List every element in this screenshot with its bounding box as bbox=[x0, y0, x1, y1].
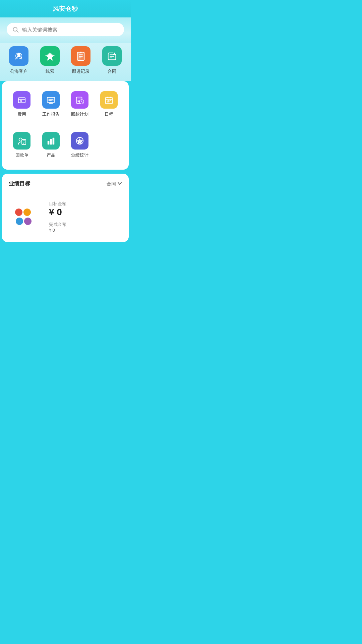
perf-filter-dropdown[interactable]: 合同 bbox=[107, 181, 122, 187]
chart-dots bbox=[15, 209, 33, 225]
performance-card: 业绩目标 合同 目标金额 ¥ 0 bbox=[2, 174, 129, 242]
menu-label-gongzuo: 工作报告 bbox=[42, 111, 60, 117]
menu-label-huikuan: 回款计划 bbox=[71, 111, 88, 117]
chevron-down-icon bbox=[117, 181, 122, 187]
menu-item-feiyong[interactable]: ¥ 费用 bbox=[7, 88, 37, 121]
yejitongji-icon bbox=[71, 132, 88, 150]
menu-item-huikuan[interactable]: 回款计划 bbox=[65, 88, 95, 121]
dot-red bbox=[15, 209, 22, 216]
feiyong-icon: ¥ bbox=[13, 91, 31, 109]
search-area bbox=[0, 17, 131, 43]
target-label: 目标金额 bbox=[49, 201, 66, 207]
svg-rect-39 bbox=[106, 98, 112, 104]
dot-blue bbox=[16, 218, 23, 225]
menu-card: ¥ 费用 工作报告 bbox=[2, 81, 129, 170]
menu-label-huikuandan: 回款单 bbox=[15, 152, 28, 158]
menu-label-feiyong: 费用 bbox=[17, 111, 26, 117]
perf-title: 业绩目标 bbox=[9, 180, 30, 187]
menu-label-chanpin: 产品 bbox=[47, 152, 55, 158]
genjin-icon bbox=[71, 46, 90, 66]
chanpin-icon bbox=[42, 132, 60, 150]
target-value: ¥ 0 bbox=[49, 207, 66, 218]
xiansuo-icon bbox=[40, 46, 60, 66]
gonghai-icon bbox=[9, 46, 28, 66]
perf-stats: 目标金额 ¥ 0 完成金额 ¥ 0 bbox=[49, 201, 66, 233]
svg-text:¥: ¥ bbox=[20, 100, 22, 103]
complete-amount-block: 完成金额 ¥ 0 bbox=[49, 222, 66, 233]
target-amount-block: 目标金额 ¥ 0 bbox=[49, 201, 66, 218]
menu-item-empty bbox=[95, 129, 124, 162]
menu-grid-row1: ¥ 费用 工作报告 bbox=[7, 88, 123, 121]
richeng-icon bbox=[100, 91, 118, 109]
nav-item-hetong[interactable]: 合同 bbox=[102, 46, 122, 74]
gongzuo-icon bbox=[42, 91, 60, 109]
nav-label-gonghai: 公海客户 bbox=[10, 68, 27, 74]
perf-card-body: 目标金额 ¥ 0 完成金额 ¥ 0 bbox=[9, 201, 122, 233]
complete-label: 完成金额 bbox=[49, 222, 66, 228]
perf-filter-label: 合同 bbox=[107, 181, 116, 187]
menu-item-huikuandan[interactable]: 回款单 bbox=[7, 129, 37, 162]
search-icon bbox=[12, 26, 19, 33]
search-bar[interactable] bbox=[7, 23, 124, 36]
svg-rect-49 bbox=[48, 141, 50, 144]
quick-nav: 公海客户 线索 bbox=[0, 43, 131, 81]
nav-label-genjin: 跟进记录 bbox=[72, 68, 89, 74]
perf-card-header: 业绩目标 合同 bbox=[9, 180, 122, 187]
menu-item-chanpin[interactable]: 产品 bbox=[37, 129, 66, 162]
menu-grid-row2: 回款单 产品 业绩统计 bbox=[7, 129, 123, 162]
app-header: 风安仓秒 bbox=[0, 0, 131, 17]
menu-label-richeng: 日程 bbox=[105, 111, 113, 117]
menu-item-yejitongji[interactable]: 业绩统计 bbox=[65, 129, 95, 162]
app-title: 风安仓秒 bbox=[53, 5, 78, 12]
huikuan-icon bbox=[71, 91, 88, 109]
svg-rect-29 bbox=[48, 99, 54, 101]
svg-rect-14 bbox=[77, 52, 80, 60]
svg-line-1 bbox=[17, 31, 18, 33]
svg-rect-50 bbox=[50, 139, 52, 144]
svg-rect-51 bbox=[52, 138, 54, 144]
menu-label-yejitongji: 业绩统计 bbox=[71, 152, 88, 158]
nav-item-xiansuo[interactable]: 线索 bbox=[40, 46, 60, 74]
menu-item-richeng[interactable]: 日程 bbox=[95, 88, 124, 121]
dot-yellow bbox=[23, 209, 31, 216]
hetong-icon bbox=[102, 46, 122, 66]
nav-item-gonghai[interactable]: 公海客户 bbox=[9, 46, 28, 74]
perf-chart bbox=[9, 202, 39, 232]
nav-label-hetong: 合同 bbox=[108, 68, 116, 74]
search-input[interactable] bbox=[22, 27, 119, 33]
nav-label-xiansuo: 线索 bbox=[46, 68, 54, 74]
svg-point-2 bbox=[17, 53, 20, 56]
dot-purple bbox=[24, 218, 32, 225]
nav-item-genjin[interactable]: 跟进记录 bbox=[71, 46, 90, 74]
complete-value: ¥ 0 bbox=[49, 228, 66, 233]
huikuandan-icon bbox=[13, 132, 31, 150]
menu-item-gongzuo[interactable]: 工作报告 bbox=[37, 88, 66, 121]
